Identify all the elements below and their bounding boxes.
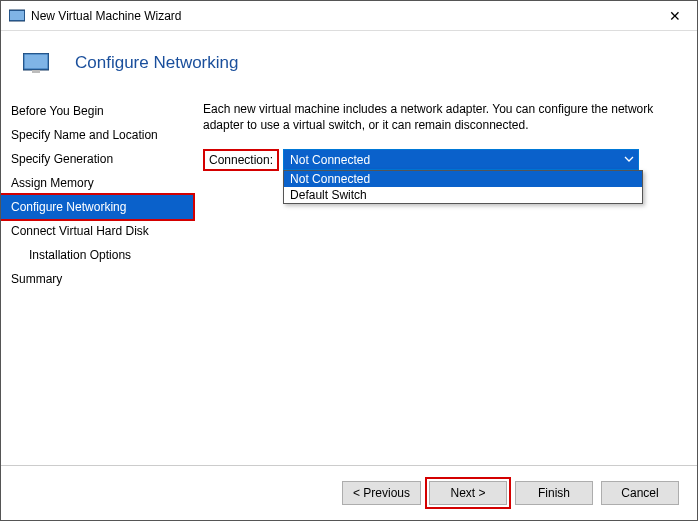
dropdown-option[interactable]: Not Connected — [284, 171, 642, 187]
cancel-button[interactable]: Cancel — [601, 481, 679, 505]
svg-rect-1 — [10, 11, 24, 20]
wizard-header: Configure Networking — [1, 31, 697, 99]
next-button[interactable]: Next > — [429, 481, 507, 505]
page-title: Configure Networking — [75, 53, 238, 73]
wizard-sidebar: Before You BeginSpecify Name and Locatio… — [1, 99, 193, 465]
monitor-icon — [23, 53, 49, 73]
wizard-footer: < Previous Next > Finish Cancel — [1, 465, 697, 520]
wizard-main: Each new virtual machine includes a netw… — [193, 99, 697, 465]
connection-selected-value: Not Connected — [290, 153, 370, 167]
svg-rect-4 — [32, 70, 40, 73]
close-button[interactable]: ✕ — [652, 1, 697, 31]
sidebar-step[interactable]: Configure Networking — [1, 195, 193, 219]
app-icon — [9, 8, 25, 24]
description-text: Each new virtual machine includes a netw… — [203, 101, 681, 133]
titlebar: New Virtual Machine Wizard ✕ — [1, 1, 697, 31]
sidebar-step[interactable]: Assign Memory — [1, 171, 193, 195]
wizard-body: Before You BeginSpecify Name and Locatio… — [1, 99, 697, 465]
previous-button[interactable]: < Previous — [342, 481, 421, 505]
connection-dropdown-list[interactable]: Not ConnectedDefault Switch — [283, 170, 643, 204]
sidebar-step[interactable]: Installation Options — [1, 243, 193, 267]
sidebar-step[interactable]: Specify Name and Location — [1, 123, 193, 147]
close-icon: ✕ — [669, 8, 681, 24]
sidebar-step[interactable]: Specify Generation — [1, 147, 193, 171]
window-title: New Virtual Machine Wizard — [31, 9, 652, 23]
finish-button[interactable]: Finish — [515, 481, 593, 505]
svg-rect-3 — [25, 55, 48, 69]
dropdown-option[interactable]: Default Switch — [284, 187, 642, 203]
sidebar-step[interactable]: Summary — [1, 267, 193, 291]
sidebar-step[interactable]: Connect Virtual Hard Disk — [1, 219, 193, 243]
connection-label: Connection: — [203, 149, 279, 171]
sidebar-step[interactable]: Before You Begin — [1, 99, 193, 123]
connection-row: Connection: Not Connected Not ConnectedD… — [203, 149, 681, 171]
chevron-down-icon — [624, 153, 634, 167]
connection-combo-wrap: Not Connected Not ConnectedDefault Switc… — [283, 149, 639, 170]
connection-dropdown[interactable]: Not Connected — [283, 149, 639, 170]
